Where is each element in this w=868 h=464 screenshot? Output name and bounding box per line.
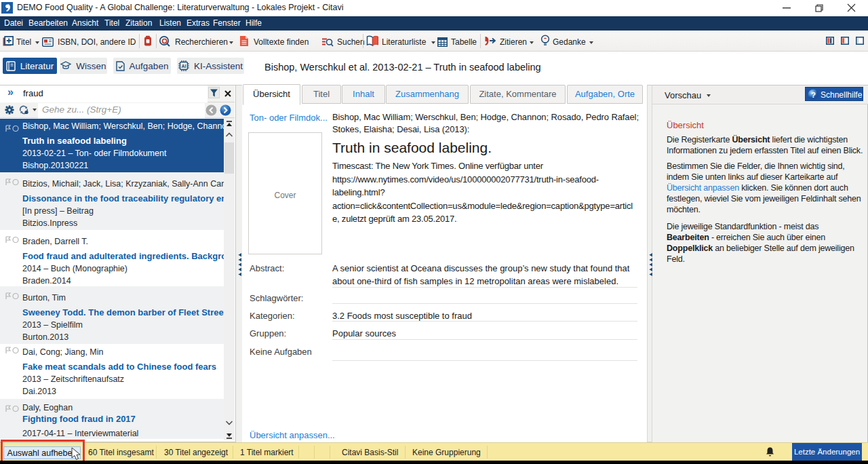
svg-text:?: ? xyxy=(811,91,816,99)
svg-text:AI: AI xyxy=(181,64,186,69)
